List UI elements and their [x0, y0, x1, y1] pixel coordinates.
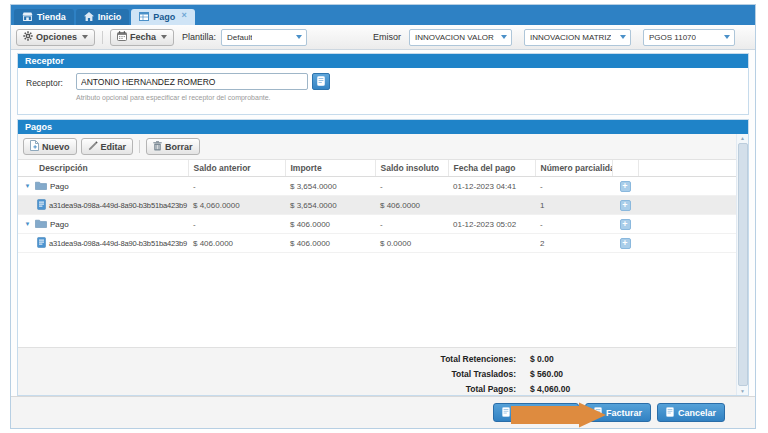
emisor-value: INNOVACION VALOR — [415, 33, 494, 42]
cell-descripcion: a31dea9a-098a-449d-8a90-b3b51ba423b9 — [18, 234, 188, 253]
tab-label: Tienda — [37, 12, 66, 22]
total-retenciones-row: Total Retenciones: $ 0.00 — [18, 351, 736, 366]
scroll-down-icon[interactable]: ▼ — [737, 388, 748, 394]
nuevo-button[interactable]: Nuevo — [23, 138, 77, 155]
scrollbar-thumb[interactable] — [738, 143, 748, 386]
receptor-input[interactable] — [76, 73, 308, 90]
pago-doc-row-1[interactable]: a31dea9a-098a-449d-8a90-b3b51ba423b9 $ 4… — [18, 196, 736, 215]
total-label: Total Traslados: — [18, 369, 516, 379]
document-icon — [37, 199, 46, 212]
cancelar-label: Cancelar — [678, 408, 716, 418]
vertical-scrollbar[interactable]: ▲ ▼ — [736, 134, 748, 395]
col-importe[interactable]: Importe — [285, 160, 375, 177]
row-label: Pago — [50, 220, 69, 229]
total-value: $ 0.00 — [530, 354, 554, 364]
cell-filler — [638, 196, 736, 215]
pago-doc-row-2[interactable]: a31dea9a-098a-449d-8a90-b3b51ba423b9 $ 4… — [18, 234, 736, 253]
facturar-label: Facturar — [606, 408, 642, 418]
fecha-button[interactable]: Fecha — [110, 29, 174, 46]
receptor-lookup-button[interactable] — [312, 73, 330, 90]
collapse-caret-icon[interactable]: ▼ — [23, 183, 32, 189]
total-label: Total Pagos: — [18, 384, 516, 394]
chevron-down-icon — [296, 35, 302, 39]
cell-filler — [638, 177, 736, 196]
cell-saldo-anterior: - — [188, 177, 285, 196]
fecha-label: Fecha — [130, 32, 156, 42]
chevron-down-icon — [501, 35, 507, 39]
cell-fecha-pago — [448, 234, 535, 253]
preview-document-icon — [502, 407, 510, 419]
opciones-button[interactable]: Opciones — [16, 29, 95, 46]
trash-icon — [153, 141, 162, 153]
cell-saldo-anterior: $ 4,060.0000 — [188, 196, 285, 215]
pago-group-row-2[interactable]: ▼ Pago - $ 406.0000 - 01-12-2023 05:02 -… — [18, 215, 736, 234]
receptor-panel-body: Receptor: Atributo opcional para especif… — [18, 68, 748, 114]
pagos-toolbar: Nuevo Editar Borrar — [18, 134, 748, 160]
app-window: Tienda Inicio Pago × Opciones Fecha Plan… — [10, 4, 756, 429]
home-icon — [84, 12, 94, 23]
col-actions — [612, 160, 638, 177]
cell-filler — [638, 234, 736, 253]
collapse-caret-icon[interactable]: ▼ — [23, 221, 32, 227]
add-icon[interactable]: + — [620, 200, 631, 211]
add-icon[interactable]: + — [620, 181, 631, 192]
cancelar-button[interactable]: Cancelar — [657, 403, 725, 422]
cell-saldo-insoluto: - — [375, 215, 448, 234]
pagos-panel-header: Pagos — [18, 120, 748, 134]
chevron-down-icon — [724, 35, 730, 39]
col-saldo-insoluto[interactable]: Saldo insoluto — [375, 160, 448, 177]
totals-section: Total Retenciones: $ 0.00 Total Traslado… — [18, 347, 736, 395]
col-parcialidad[interactable]: Número parcialidad — [535, 160, 612, 177]
store-icon — [22, 12, 33, 23]
tab-bar: Tienda Inicio Pago × — [11, 5, 755, 25]
plantilla-value: Default — [227, 33, 252, 42]
cell-descripcion: ▼ Pago — [18, 177, 188, 196]
cell-parcialidad: 1 — [535, 196, 612, 215]
row-label: a31dea9a-098a-449d-8a90-b3b51ba423b9 — [49, 239, 187, 248]
emisor-label: Emisor — [373, 32, 401, 42]
cell-importe: $ 406.0000 — [285, 234, 375, 253]
pago-group-row-1[interactable]: ▼ Pago - $ 3,654.0000 - 01-12-2023 04:41… — [18, 177, 736, 196]
cell-importe: $ 3,654.0000 — [285, 177, 375, 196]
pagos-table: Descripción Saldo anterior Importe Saldo… — [18, 160, 736, 253]
pagos-panel: Pagos Nuevo Editar Borrar Descripció — [17, 119, 749, 396]
cell-actions: + — [612, 196, 638, 215]
receptor-panel-header: Receptor — [18, 54, 748, 68]
col-saldo-anterior[interactable]: Saldo anterior — [188, 160, 285, 177]
cell-fecha-pago: 01-12-2023 04:41 — [448, 177, 535, 196]
borrar-label: Borrar — [165, 142, 193, 152]
toolbar-separator — [102, 31, 103, 44]
emisor-select[interactable]: INNOVACION VALOR — [409, 29, 512, 46]
col-descripcion[interactable]: Descripción — [18, 160, 188, 177]
add-icon[interactable]: + — [620, 219, 631, 230]
cell-parcialidad: 2 — [535, 234, 612, 253]
grid-icon — [139, 12, 149, 23]
folder-icon — [35, 181, 47, 192]
receptor-panel: Receptor Receptor: Atributo opcional par… — [17, 53, 749, 115]
toolbar-separator — [139, 140, 140, 153]
borrar-button[interactable]: Borrar — [146, 138, 200, 155]
main-toolbar: Opciones Fecha Plantilla: Default Emisor… — [11, 25, 755, 50]
row-label: a31dea9a-098a-449d-8a90-b3b51ba423b9 — [49, 201, 187, 210]
cell-importe: $ 406.0000 — [285, 215, 375, 234]
editar-button[interactable]: Editar — [81, 138, 134, 155]
total-pagos-row: Total Pagos: $ 4,060.00 — [18, 381, 736, 396]
add-icon[interactable]: + — [620, 238, 631, 249]
plantilla-select[interactable]: Default — [221, 29, 307, 46]
scroll-up-icon[interactable]: ▲ — [737, 135, 748, 141]
close-icon[interactable]: × — [181, 11, 186, 19]
tab-pago[interactable]: Pago × — [131, 9, 194, 25]
nuevo-label: Nuevo — [42, 142, 70, 152]
cell-importe: $ 3,654.0000 — [285, 196, 375, 215]
cell-actions: + — [612, 177, 638, 196]
cell-fecha-pago: 01-12-2023 05:02 — [448, 215, 535, 234]
col-fecha-pago[interactable]: Fecha del pago — [448, 160, 535, 177]
action-arrow — [511, 402, 607, 428]
sucursal-select[interactable]: INNOVACION MATRIZ — [524, 29, 631, 46]
serie-select[interactable]: PGOS 11070 — [643, 29, 735, 46]
tab-tienda[interactable]: Tienda — [14, 9, 74, 25]
col-filler — [638, 160, 736, 177]
chevron-down-icon — [620, 35, 626, 39]
cell-saldo-anterior: $ 406.0000 — [188, 234, 285, 253]
tab-inicio[interactable]: Inicio — [76, 9, 130, 25]
